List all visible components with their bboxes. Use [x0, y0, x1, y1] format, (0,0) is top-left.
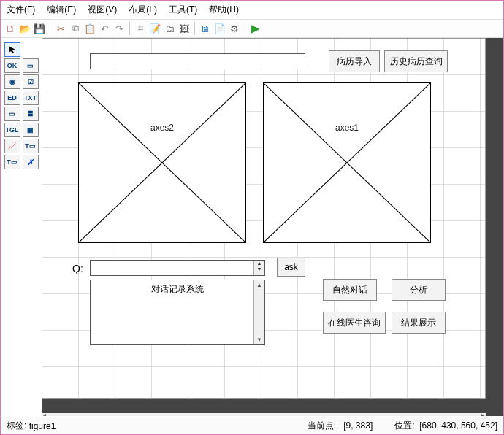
- mfile-icon[interactable]: 🗎: [199, 22, 212, 35]
- status-pos-label: 位置:: [394, 420, 414, 431]
- statictext-tool[interactable]: TXT: [23, 91, 39, 105]
- result-display-button[interactable]: 结果展示: [392, 312, 446, 334]
- edittext-tool[interactable]: ED: [4, 91, 20, 105]
- horizontal-scrollbar[interactable]: [42, 413, 486, 416]
- menu-tools[interactable]: 工具(T): [169, 4, 197, 16]
- status-curpoint-label: 当前点:: [308, 420, 336, 431]
- table-tool[interactable]: ▦: [23, 123, 39, 137]
- history-query-button[interactable]: 历史病历查询: [384, 50, 448, 72]
- listbox-tool[interactable]: ≣: [23, 107, 39, 121]
- dialog-listbox[interactable]: 对话记录系统 ▲▼: [90, 280, 265, 345]
- radiobutton-tool[interactable]: ◉: [4, 74, 20, 89]
- new-file-icon[interactable]: 🗋: [4, 22, 17, 35]
- axes2-label: axes2: [150, 123, 174, 133]
- panel-tool[interactable]: T▭: [23, 139, 39, 153]
- axes1[interactable]: axes1: [263, 82, 431, 243]
- toolbar-editor-icon[interactable]: ⚙: [228, 22, 241, 35]
- togglebutton-tool[interactable]: TGL: [4, 123, 20, 137]
- tab-order-icon[interactable]: 📄: [213, 22, 226, 35]
- status-tag-label: 标签:: [7, 420, 26, 432]
- q-label: Q:: [72, 263, 83, 274]
- spinner-arrows[interactable]: ▲▼: [253, 261, 264, 275]
- axes-tool[interactable]: 📈: [4, 139, 20, 153]
- ask-button-label: ask: [284, 262, 298, 272]
- history-query-button-label: 历史病历查询: [390, 55, 443, 68]
- canvas-area: 病历导入 历史病历查询 axes2 axes1 Q: ▲▼ ask 对话记录: [42, 38, 503, 416]
- menu-edit[interactable]: 编辑(E): [47, 4, 76, 16]
- natural-dialog-button-label: 自然对话: [332, 284, 367, 296]
- component-palette: OK ▭ ◉ ☑ ED TXT ▭ ≣ TGL ▦ 📈 T▭ T▭ ✗: [1, 38, 42, 416]
- status-bar: 标签: figure1 当前点: [9, 383] 位置: [680, 430,…: [1, 417, 503, 434]
- analysis-button[interactable]: 分析: [392, 279, 446, 301]
- ask-button[interactable]: ask: [277, 258, 305, 277]
- axes1-label: axes1: [335, 123, 359, 133]
- import-button-label: 病历导入: [337, 55, 372, 68]
- dialog-listbox-text: 对话记录系统: [91, 280, 264, 299]
- menu-view[interactable]: 视图(V): [88, 4, 117, 16]
- property-icon[interactable]: 🗂: [163, 22, 176, 35]
- menu-bar: 文件(F) 编辑(E) 视图(V) 布局(L) 工具(T) 帮助(H): [1, 1, 503, 19]
- cut-icon[interactable]: ✂: [54, 22, 67, 35]
- copy-icon[interactable]: ⧉: [69, 22, 82, 35]
- right-ruler: [486, 38, 503, 399]
- import-button[interactable]: 病历导入: [329, 50, 380, 72]
- open-file-icon[interactable]: 📂: [18, 22, 31, 35]
- status-pos-value: [680, 430, 560, 452]: [419, 420, 497, 431]
- design-grid[interactable]: 病历导入 历史病历查询 axes2 axes1 Q: ▲▼ ask 对话记录: [42, 38, 486, 399]
- menu-help[interactable]: 帮助(H): [209, 4, 239, 16]
- listbox-scrollbar[interactable]: ▲▼: [253, 280, 264, 344]
- menu-file[interactable]: 文件(F): [7, 4, 35, 16]
- result-display-button-label: 结果展示: [401, 317, 436, 329]
- natural-dialog-button[interactable]: 自然对话: [323, 279, 377, 301]
- question-spinner[interactable]: ▲▼: [90, 260, 265, 276]
- menu-layout[interactable]: 布局(L): [129, 4, 157, 16]
- redo-icon[interactable]: ↷: [112, 22, 126, 35]
- buttongroup-tool[interactable]: T▭: [4, 155, 20, 169]
- activex-tool[interactable]: ✗: [23, 155, 39, 169]
- undo-icon[interactable]: ↶: [98, 22, 111, 35]
- top-edit-field[interactable]: [90, 53, 305, 69]
- checkbox-tool[interactable]: ☑: [23, 74, 39, 89]
- run-icon[interactable]: ▶: [249, 22, 262, 35]
- pushbutton-tool[interactable]: OK: [4, 58, 20, 73]
- popupmenu-tool[interactable]: ▭: [4, 107, 20, 121]
- select-tool[interactable]: [4, 42, 20, 57]
- toolbar: 🗋 📂 💾 ✂ ⧉ 📋 ↶ ↷ ⌗ 📝 🗂 🖼 🗎 📄 ⚙ ▶: [1, 19, 503, 38]
- slider-tool[interactable]: ▭: [23, 58, 39, 73]
- workspace: OK ▭ ◉ ☑ ED TXT ▭ ≣ TGL ▦ 📈 T▭ T▭ ✗: [1, 38, 503, 416]
- analysis-button-label: 分析: [410, 284, 427, 296]
- status-curpoint-value: [9, 383]: [343, 420, 373, 431]
- status-tag-value: figure1: [29, 421, 56, 431]
- save-icon[interactable]: 💾: [33, 22, 46, 35]
- editor-icon[interactable]: 📝: [148, 22, 161, 35]
- doctor-consult-button-label: 在线医生咨询: [328, 317, 381, 329]
- axes2[interactable]: axes2: [78, 82, 246, 243]
- doctor-consult-button[interactable]: 在线医生咨询: [323, 312, 386, 334]
- browser-icon[interactable]: 🖼: [177, 22, 191, 35]
- align-icon[interactable]: ⌗: [134, 22, 147, 35]
- paste-icon[interactable]: 📋: [83, 22, 96, 35]
